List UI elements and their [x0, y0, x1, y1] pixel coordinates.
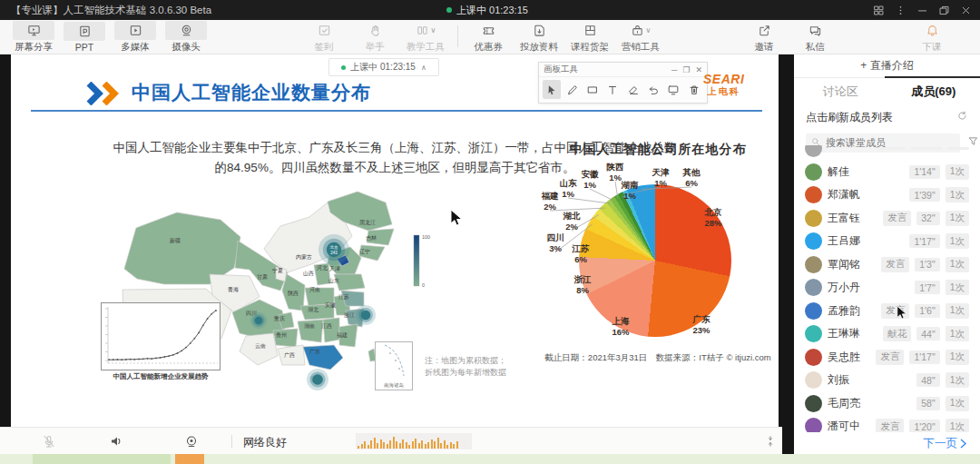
refresh-members-row[interactable]: 点击刷新成员列表	[794, 105, 980, 129]
live-intro-button[interactable]: + 直播介绍	[794, 54, 980, 78]
toolbar-button-checkin[interactable]: 签到	[303, 21, 345, 54]
pie-label-浙江: 浙江8%	[564, 274, 601, 295]
member-duration: 58"	[916, 397, 939, 410]
svg-text:黑龙江: 黑龙江	[359, 220, 376, 225]
tab-discussion[interactable]: 讨论区	[794, 84, 887, 100]
member-row-王富钰[interactable]: 王富钰发言32"1次	[794, 207, 980, 231]
toolbar-group-end: 下课	[911, 21, 962, 54]
pie-label-四川: 四川3%	[537, 232, 573, 253]
member-row-孟雅韵[interactable]: 孟雅韵发言1'6"1次	[794, 300, 980, 323]
waveform-bar	[444, 440, 446, 449]
toolbar-button-label: 优惠券	[474, 41, 503, 54]
media-icon	[114, 21, 156, 40]
member-row-覃闻铭[interactable]: 覃闻铭发言1'3"1次	[794, 253, 980, 277]
avatar	[805, 186, 822, 203]
member-row-毛周亮[interactable]: 毛周亮58"1次	[794, 392, 980, 416]
toolbar-button-marketing[interactable]: ∨营销工具	[620, 21, 662, 54]
board-close-icon[interactable]: ✕	[695, 65, 702, 74]
toolbar-button-ppt[interactable]: PPT	[64, 21, 105, 54]
member-count: 1次	[946, 257, 969, 272]
avatar	[805, 279, 822, 296]
waveform-bar	[440, 443, 442, 449]
active-tab-indicator	[885, 76, 980, 78]
waveform-bar	[389, 440, 391, 449]
board-tool-screen-icon[interactable]	[664, 80, 682, 99]
next-page-link[interactable]: 下一页	[924, 436, 968, 451]
collapse-icon[interactable]	[764, 435, 777, 451]
waveform-bar	[393, 437, 395, 449]
waveform-bar	[396, 441, 397, 449]
speaker-icon[interactable]	[109, 434, 123, 452]
svg-text:湖南: 湖南	[304, 323, 315, 329]
member-badge: 发言	[881, 257, 909, 272]
member-count: 1次	[946, 396, 969, 411]
member-row[interactable]	[794, 145, 980, 161]
toolbar-group-teaching: 签到举手∨教学工具	[303, 21, 456, 54]
class-timer-pill[interactable]: 上课中 01:23:15 ∧	[328, 58, 439, 76]
waveform-bar	[437, 438, 439, 449]
sea-inset-label: 南海诸岛	[376, 382, 412, 389]
avatar	[805, 325, 822, 342]
board-tool-pencil-icon[interactable]	[563, 80, 581, 99]
member-row-郑潇帆[interactable]: 郑潇帆1'39"1次	[794, 183, 980, 207]
waveform-bar	[368, 445, 369, 449]
toolbar-button-media[interactable]: 多媒体	[114, 21, 156, 54]
member-row-吴忠胜[interactable]: 吴忠胜发言1'17"1次	[794, 346, 980, 370]
slide-stage: 上课中 01:23:15 ∧ 画板工具 ─ ❐ ✕ SEARI 上电科	[11, 54, 779, 427]
toolbar-divider	[457, 25, 458, 47]
board-restore-icon[interactable]: ❐	[682, 65, 690, 74]
class-status: 上课中 01:23:15	[446, 0, 528, 20]
member-row-刘振[interactable]: 刘振48"1次	[794, 369, 980, 392]
toolbar-button-message[interactable]: 私信	[794, 21, 836, 54]
member-duration: 1'6"	[915, 304, 939, 318]
toolbar-button-material[interactable]: 投放资料	[518, 21, 560, 54]
toolbar-button-label: 摄像头	[172, 41, 201, 54]
member-row-潘可中[interactable]: 潘可中发言1'20"1次	[794, 415, 980, 432]
board-minimize-icon[interactable]: ─	[671, 65, 677, 74]
toolbar-button-label: 邀请	[755, 41, 774, 54]
refresh-icon[interactable]	[956, 110, 968, 124]
waveform-bar	[380, 439, 382, 449]
close-icon[interactable]	[955, 0, 976, 20]
waveform-bar	[399, 443, 401, 449]
member-name: 刘振	[828, 372, 911, 388]
member-row-解佳[interactable]: 解佳1'14"1次	[794, 161, 980, 184]
microphone-muted-icon[interactable]	[42, 434, 56, 452]
minimize-icon[interactable]	[911, 0, 933, 20]
svg-text:新疆: 新疆	[170, 237, 181, 244]
toolbar-button-monitor[interactable]: 屏幕分享	[13, 21, 54, 54]
waveform-bar	[364, 441, 366, 449]
member-row-王吕娜[interactable]: 王吕娜1'17"1次	[794, 230, 980, 253]
board-tool-text-icon[interactable]	[603, 80, 622, 99]
tab-members[interactable]: 成员(69)	[887, 84, 980, 100]
toolbar-button-label: 私信	[806, 41, 825, 54]
member-duration: 1'17"	[909, 234, 939, 248]
logo-text-cn: 上电科	[703, 87, 744, 96]
member-badge: 发言	[883, 211, 911, 226]
apps-grid-icon[interactable]	[867, 0, 889, 20]
svg-text:青海: 青海	[228, 287, 239, 292]
board-tool-eraser-icon[interactable]	[624, 80, 642, 99]
webcam-icon[interactable]	[184, 434, 199, 452]
board-tool-trash-icon[interactable]	[685, 80, 703, 99]
board-tool-cursor-icon[interactable]	[543, 80, 561, 99]
pie-label-湖北: 湖北2%	[554, 211, 590, 232]
more-icon[interactable]	[889, 0, 911, 20]
toolbar-button-coupon[interactable]: 优惠券	[467, 21, 509, 54]
toolbar-button-shelf[interactable]: 课程货架	[569, 21, 611, 54]
chevron-up-icon[interactable]: ∧	[421, 64, 426, 72]
status-dot-icon	[446, 7, 452, 13]
member-row-王琳琳[interactable]: 王琳琳献花44"1次	[794, 322, 980, 346]
bottom-bar: 网络良好	[0, 427, 782, 454]
toolbar-button-camera[interactable]: 摄像头	[165, 21, 207, 54]
waveform-bar	[456, 441, 458, 449]
toolbar-button-bell[interactable]: 下课	[911, 21, 953, 54]
member-row-万小丹[interactable]: 万小丹1'7"1次	[794, 276, 980, 300]
checkin-icon	[303, 21, 345, 40]
board-tool-undo-icon[interactable]	[644, 80, 662, 99]
restore-icon[interactable]	[933, 0, 955, 20]
toolbar-button-tools[interactable]: ∨教学工具	[405, 21, 446, 54]
board-tool-rect-icon[interactable]	[583, 80, 602, 99]
toolbar-button-hand[interactable]: 举手	[354, 21, 396, 54]
toolbar-button-invite[interactable]: 邀请	[743, 21, 785, 54]
